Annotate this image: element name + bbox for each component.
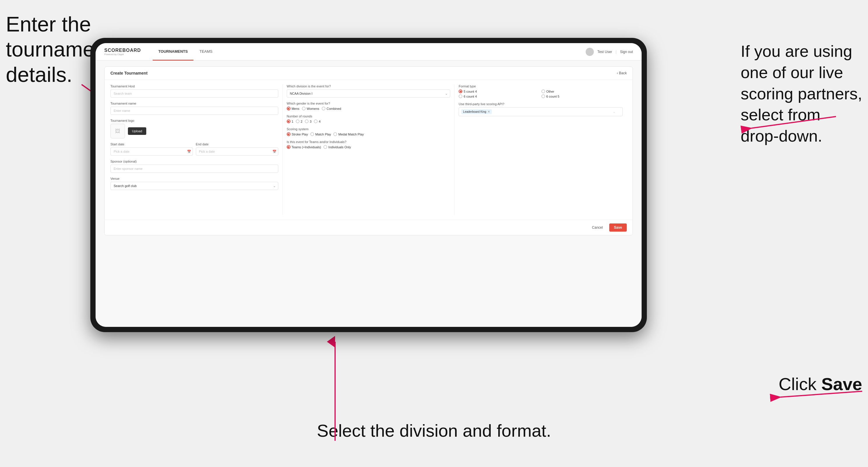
annotation-top-right: If you are using one of our live scoring… [741, 41, 862, 147]
format-type-label: Format type [459, 85, 623, 88]
calendar-icon: 📅 [187, 150, 191, 154]
end-date-field: End date 📅 [196, 143, 278, 156]
scoring-radio-group: Stroke Play Match Play Medal Match Play [287, 132, 451, 136]
format-type-group: Format type 5 count 4 Other [459, 85, 623, 98]
format-type-grid: 5 count 4 Other 6 count 4 [459, 89, 623, 98]
live-scoring-group: Use third-party live scoring API? Leader… [459, 102, 623, 116]
logo-placeholder: 🖼 [111, 124, 125, 138]
start-date-input[interactable] [111, 148, 193, 156]
end-date-label: End date [196, 143, 278, 146]
individuals-only[interactable]: Individuals Only [323, 145, 351, 149]
division-group: Which division is the event for? NCAA Di… [287, 85, 451, 98]
start-date-label: Start date [111, 143, 193, 146]
sponsor-group: Sponsor (optional) [111, 160, 278, 173]
card-header: Create Tournament Back [104, 67, 632, 80]
scoring-match-radio[interactable] [310, 132, 314, 136]
live-scoring-value: Leaderboard King [463, 110, 486, 113]
logo-sub: Powered by Clippit [104, 53, 141, 56]
rounds-4-radio[interactable] [314, 119, 318, 123]
rounds-group: Number of rounds 1 2 [287, 115, 451, 123]
rounds-4[interactable]: 4 [314, 119, 320, 123]
start-date-wrapper: 📅 [111, 148, 193, 156]
annotation-bottom-center: Select the division and format. [317, 421, 551, 441]
card-title: Create Tournament [111, 71, 148, 75]
form-col-2: Which division is the event for? NCAA Di… [283, 85, 455, 215]
scoring-medal-match-radio[interactable] [333, 132, 337, 136]
tablet-frame: SCOREBOARD Powered by Clippit TOURNAMENT… [90, 38, 647, 332]
scoring-group: Scoring system Stroke Play Match Play [287, 127, 451, 136]
format-6count5-radio[interactable] [541, 94, 545, 98]
calendar-icon-end: 📅 [273, 150, 277, 154]
end-date-input[interactable] [196, 148, 278, 156]
venue-select[interactable]: Search golf club [111, 182, 278, 190]
form-col-1: Tournament Host Tournament name Tourname… [111, 85, 283, 215]
format-other-radio[interactable] [541, 89, 545, 93]
tournament-name-label: Tournament name [111, 102, 278, 105]
tournament-logo-label: Tournament logo [111, 119, 278, 122]
rounds-2-radio[interactable] [296, 119, 300, 123]
live-scoring-input[interactable]: Leaderboard King ✕ ⌄ [459, 107, 623, 116]
format-5count4-radio[interactable] [459, 89, 462, 93]
form-body: Tournament Host Tournament name Tourname… [104, 80, 632, 220]
nav-right: Test User | Sign out [586, 48, 633, 56]
form-col-3: Format type 5 count 4 Other [455, 85, 627, 215]
gender-radio-group: Mens Womens Combined [287, 106, 451, 111]
teams-radio-group: Teams (+Individuals) Individuals Only [287, 145, 451, 149]
nav-link-tournaments[interactable]: TOURNAMENTS [153, 43, 194, 61]
format-5count4[interactable]: 5 count 4 [459, 89, 540, 93]
sign-out-link[interactable]: Sign out [620, 50, 633, 54]
gender-mens-radio[interactable] [287, 106, 290, 111]
end-date-wrapper: 📅 [196, 148, 278, 156]
format-other[interactable]: Other [541, 89, 623, 93]
gender-combined-radio[interactable] [322, 106, 326, 111]
tablet-screen: SCOREBOARD Powered by Clippit TOURNAMENT… [96, 43, 642, 327]
format-6count4-radio[interactable] [459, 94, 462, 98]
cancel-button[interactable]: Cancel [589, 224, 606, 231]
format-6count4[interactable]: 6 count 4 [459, 94, 540, 98]
rounds-2[interactable]: 2 [296, 119, 303, 123]
tag-close-icon[interactable]: ✕ [488, 110, 490, 114]
scoring-match[interactable]: Match Play [310, 132, 331, 136]
tournament-name-input[interactable] [111, 106, 278, 115]
tournament-host-group: Tournament Host [111, 85, 278, 98]
gender-group: Which gender is the event for? Mens Wome… [287, 102, 451, 111]
rounds-1-radio[interactable] [287, 119, 290, 123]
save-button[interactable]: Save [609, 223, 627, 231]
teams-plus-radio[interactable] [287, 145, 290, 149]
venue-label: Venue [111, 177, 278, 180]
division-select[interactable]: NCAA Division I [287, 89, 451, 98]
teams-group: Is this event for Teams and/or Individua… [287, 140, 451, 149]
annotation-bottom-right: Click Save [779, 374, 862, 394]
rounds-3-radio[interactable] [305, 119, 309, 123]
rounds-1[interactable]: 1 [287, 119, 293, 123]
scoring-medal-match[interactable]: Medal Match Play [333, 132, 364, 136]
back-link[interactable]: Back [617, 71, 627, 75]
rounds-3[interactable]: 3 [305, 119, 311, 123]
tournament-logo-group: Tournament logo 🖼 Upload [111, 119, 278, 138]
sponsor-input[interactable] [111, 165, 278, 173]
gender-mens[interactable]: Mens [287, 106, 300, 111]
tournament-host-input[interactable] [111, 89, 278, 98]
scoring-stroke-radio[interactable] [287, 132, 290, 136]
form-footer: Cancel Save [104, 220, 632, 235]
venue-group: Venue Search golf club [111, 177, 278, 190]
gender-combined[interactable]: Combined [322, 106, 341, 111]
user-name: Test User [597, 50, 612, 54]
format-6count5[interactable]: 6 count 5 [541, 94, 623, 98]
user-avatar [586, 48, 594, 56]
gender-womens[interactable]: Womens [302, 106, 319, 111]
scoring-stroke[interactable]: Stroke Play [287, 132, 308, 136]
upload-button[interactable]: Upload [128, 127, 146, 135]
main-content: Create Tournament Back Tournament Host T… [96, 61, 642, 327]
date-fields: Start date 📅 End date [111, 143, 278, 156]
gender-label: Which gender is the event for? [287, 102, 451, 105]
gender-womens-radio[interactable] [302, 106, 306, 111]
date-group: Start date 📅 End date [111, 143, 278, 156]
individuals-only-radio[interactable] [323, 145, 327, 149]
teams-plus-individuals[interactable]: Teams (+Individuals) [287, 145, 321, 149]
venue-select-wrapper: Search golf club [111, 182, 278, 190]
nav-link-teams[interactable]: TEAMS [193, 43, 218, 61]
top-nav: SCOREBOARD Powered by Clippit TOURNAMENT… [96, 43, 642, 61]
content-card: Create Tournament Back Tournament Host T… [104, 66, 633, 236]
live-scoring-tag: Leaderboard King ✕ [461, 109, 492, 114]
